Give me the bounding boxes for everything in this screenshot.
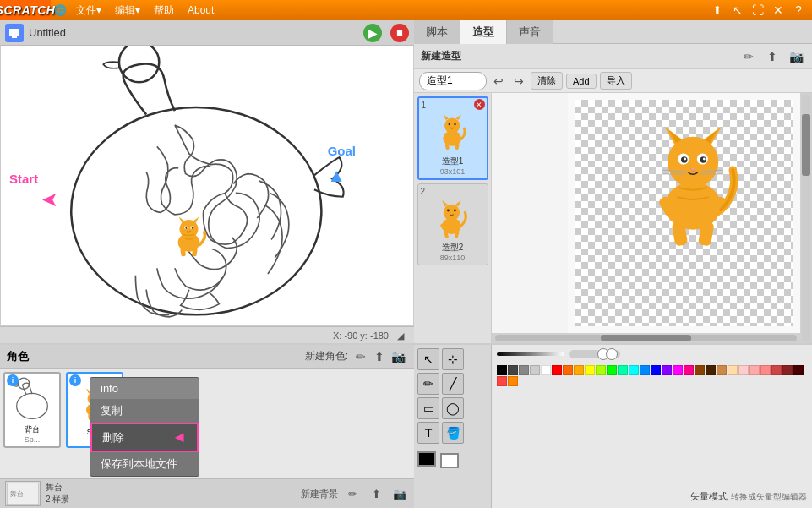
goal-label: Goal <box>328 144 356 158</box>
resize-corner[interactable]: ◢ <box>397 330 407 341</box>
stroke-color-swatch[interactable] <box>440 453 459 468</box>
context-info[interactable]: info <box>90 378 199 399</box>
tab-scripts[interactable]: 脚本 <box>414 20 460 44</box>
color-swatch[interactable] <box>771 365 782 375</box>
color-swatch[interactable] <box>497 365 507 375</box>
costume-img-1 <box>428 110 477 156</box>
context-delete[interactable]: 删除 ◄ <box>90 423 199 452</box>
context-save-local[interactable]: 保存到本地文件 <box>90 452 199 476</box>
color-swatch[interactable] <box>629 365 639 375</box>
color-swatch[interactable] <box>738 365 749 375</box>
color-swatch[interactable] <box>618 365 628 375</box>
color-swatch[interactable] <box>640 365 650 375</box>
costume-delete-1[interactable]: ✕ <box>474 99 485 110</box>
paint-bg-icon[interactable]: ✏ <box>343 484 362 503</box>
color-gradient-slider[interactable] <box>497 352 564 356</box>
color-swatch[interactable] <box>793 365 804 375</box>
reshape-tool[interactable]: ⊹ <box>442 348 464 370</box>
green-flag-button[interactable]: ▶ <box>363 24 382 42</box>
import-button[interactable]: 导入 <box>600 72 632 90</box>
fill-tool[interactable]: 🪣 <box>442 422 464 444</box>
color-swatch[interactable] <box>607 365 617 375</box>
help-icon[interactable]: ? <box>790 2 807 19</box>
brightness-thumb-2[interactable] <box>606 348 618 360</box>
menu-about[interactable]: About <box>181 0 221 20</box>
context-duplicate[interactable]: 复制 <box>90 399 199 423</box>
color-swatch[interactable] <box>574 365 584 375</box>
camera-costume-icon[interactable]: 📷 <box>787 47 805 66</box>
brightness-slider[interactable] <box>569 350 620 358</box>
close-icon[interactable]: ✕ <box>770 2 787 19</box>
color-swatch[interactable] <box>585 365 595 375</box>
color-swatch[interactable] <box>497 376 507 386</box>
text-tool[interactable]: T <box>417 422 439 444</box>
color-swatch[interactable] <box>782 365 793 375</box>
cat-sprite-in-maze[interactable] <box>166 211 212 258</box>
fullscreen-icon[interactable]: ⛶ <box>749 2 766 19</box>
svg-point-42 <box>443 205 459 221</box>
rect-tool[interactable]: ▭ <box>417 397 439 419</box>
costume-canvas[interactable] <box>568 93 800 333</box>
color-swatch[interactable] <box>651 365 661 375</box>
color-swatch[interactable] <box>541 365 551 375</box>
color-swatch[interactable] <box>508 365 518 375</box>
upload-sprite-icon[interactable]: ⬆ <box>370 347 389 366</box>
line-tool[interactable]: ╱ <box>442 373 464 395</box>
color-swatch[interactable] <box>760 365 771 375</box>
v-scroll-thumb[interactable] <box>802 114 810 176</box>
cursor-icon[interactable]: ↖ <box>729 2 746 19</box>
paint-costume-icon[interactable]: ✏ <box>739 47 758 66</box>
color-swatch[interactable] <box>706 365 716 375</box>
sprite-info-badge[interactable]: i <box>7 374 19 386</box>
color-swatch[interactable] <box>563 365 573 375</box>
clear-button[interactable]: 清除 <box>531 72 563 90</box>
camera-sprite-icon[interactable]: 📷 <box>389 347 407 366</box>
sprite-item-background[interactable]: i 背台 Sp... <box>3 372 61 448</box>
upload-costume-icon[interactable]: ⬆ <box>763 47 782 66</box>
color-swatch[interactable] <box>673 365 683 375</box>
h-scroll-thumb[interactable] <box>601 335 691 341</box>
costume-size-1: 93x101 <box>440 167 466 176</box>
undo-icon[interactable]: ↩ <box>490 73 507 90</box>
color-swatch[interactable] <box>596 365 606 375</box>
color-swatch[interactable] <box>530 365 540 375</box>
costume-name-input[interactable] <box>419 72 487 90</box>
costume-entry-1[interactable]: ✕ 1 <box>417 96 488 180</box>
menu-file[interactable]: 文件▾ <box>69 0 108 20</box>
tabs: 脚本 造型 声音 <box>414 20 812 44</box>
color-swatch[interactable] <box>695 365 705 375</box>
tab-sounds[interactable]: 声音 <box>507 20 553 44</box>
redo-icon[interactable]: ↪ <box>510 73 527 90</box>
color-swatch[interactable] <box>749 365 760 375</box>
select-tool[interactable]: ↖ <box>417 348 439 370</box>
pencil-tool[interactable]: ✏ <box>417 373 439 395</box>
tab-costumes[interactable]: 造型 <box>460 20 507 44</box>
costume-editor-area: ✕ 1 <box>414 93 812 343</box>
upload-bg-icon[interactable]: ⬆ <box>367 484 385 503</box>
svg-point-32 <box>444 118 460 134</box>
color-swatch[interactable] <box>728 365 738 375</box>
color-swatch[interactable] <box>662 365 672 375</box>
costume-entry-2[interactable]: 2 <box>417 183 488 265</box>
color-swatch[interactable] <box>717 365 727 375</box>
h-scrollbar[interactable] <box>492 333 800 343</box>
stage-thumbnail[interactable]: 舞台 <box>5 481 41 506</box>
camera-bg-icon[interactable]: 📷 <box>390 484 409 503</box>
stop-button[interactable]: ⏹ <box>390 24 409 42</box>
color-swatch[interactable] <box>552 365 562 375</box>
paint-sprite-icon[interactable]: ✏ <box>352 347 370 366</box>
sprite-info-badge-cat[interactable]: i <box>69 374 81 386</box>
menu-edit[interactable]: 编辑▾ <box>108 0 147 20</box>
v-scrollbar[interactable] <box>800 93 812 343</box>
color-swatch[interactable] <box>508 376 518 386</box>
upload-icon[interactable]: ⬆ <box>709 2 726 19</box>
svg-point-62 <box>684 158 686 161</box>
ellipse-tool[interactable]: ◯ <box>442 397 464 419</box>
color-swatch[interactable] <box>684 365 694 375</box>
fill-color-swatch[interactable] <box>417 451 436 467</box>
menu-help[interactable]: 帮助 <box>147 0 181 20</box>
globe-icon[interactable]: 🌐 <box>51 1 69 19</box>
color-swatch[interactable] <box>519 365 529 375</box>
add-button[interactable]: Add <box>566 74 597 89</box>
pink-arrow-icon: ◄ <box>172 429 187 446</box>
